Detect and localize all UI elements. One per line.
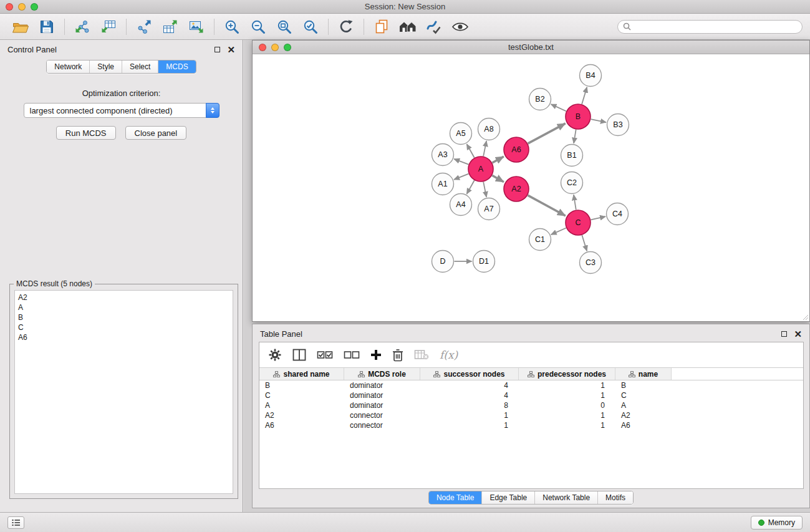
network-close-button[interactable]	[259, 44, 266, 51]
table-row[interactable]: Adominator80A	[259, 400, 803, 410]
export-image-button[interactable]	[183, 16, 210, 37]
float-panel-icon[interactable]	[215, 47, 220, 52]
window-minimize-button[interactable]	[18, 3, 26, 11]
graph-node-B[interactable]: B	[566, 104, 591, 129]
graph-node-A1[interactable]: A1	[432, 173, 454, 195]
table-row[interactable]: Cdominator41C	[259, 390, 803, 400]
float-table-panel-icon[interactable]	[781, 331, 787, 337]
network-minimize-button[interactable]	[271, 44, 279, 51]
apply-style-button[interactable]	[421, 16, 447, 37]
graph-node-B4[interactable]: B4	[580, 65, 602, 87]
result-item[interactable]: A	[18, 302, 229, 312]
graph-node-A7[interactable]: A7	[478, 198, 500, 220]
graphics-details-button[interactable]	[447, 16, 473, 37]
graph-node-D[interactable]: D	[432, 251, 454, 273]
tab-edge-table[interactable]: Edge Table	[481, 491, 534, 504]
criterion-dropdown[interactable]: largest connected component (directed)	[24, 103, 219, 118]
graph-edge-A-A1[interactable]	[454, 174, 468, 180]
zoom-out-button[interactable]	[245, 16, 271, 37]
import-table-button[interactable]	[95, 16, 122, 37]
table-settings-button[interactable]	[268, 347, 282, 363]
first-neighbors-button[interactable]	[395, 16, 421, 37]
zoom-in-button[interactable]	[219, 16, 245, 37]
graph-edge-A-A5[interactable]	[467, 144, 475, 158]
panel-list-button[interactable]	[7, 516, 24, 529]
graph-edge-A-A3[interactable]	[454, 159, 468, 165]
graph-edge-B-B1[interactable]	[574, 130, 576, 143]
add-button[interactable]	[370, 347, 382, 363]
graph-node-A[interactable]: A	[468, 157, 493, 181]
graph-node-A4[interactable]: A4	[450, 194, 472, 216]
memory-button[interactable]: Memory	[751, 516, 803, 530]
graph-node-C3[interactable]: C3	[580, 252, 602, 274]
close-table-panel-icon[interactable]: ✕	[794, 329, 802, 339]
tab-select[interactable]: Select	[122, 60, 158, 73]
graph-node-C2[interactable]: C2	[561, 172, 583, 194]
tab-mcds[interactable]: MCDS	[158, 60, 195, 73]
network-zoom-button[interactable]	[284, 44, 291, 51]
result-item[interactable]: B	[18, 312, 229, 322]
graph-edge-A-A4[interactable]	[467, 180, 475, 194]
column-header-shared-name[interactable]: shared name	[259, 368, 344, 380]
window-close-button[interactable]	[6, 3, 13, 11]
window-zoom-button[interactable]	[31, 3, 38, 11]
graph-node-D1[interactable]: D1	[473, 251, 495, 273]
delete-table-button[interactable]	[414, 347, 429, 363]
graph-edge-C-C4[interactable]	[591, 216, 606, 220]
graph-edge-A-A2[interactable]	[492, 175, 504, 181]
network-canvas[interactable]: B4B2BB3A5A8A6B1A3AC2A1A2A4A7C4CC1C3DD1	[253, 55, 809, 321]
table-row[interactable]: Bdominator41B	[259, 380, 803, 390]
save-session-button[interactable]	[34, 16, 60, 37]
network-views-button[interactable]	[369, 16, 395, 37]
search-box[interactable]	[617, 20, 803, 34]
graph-node-B3[interactable]: B3	[607, 114, 629, 136]
tab-motifs[interactable]: Motifs	[597, 491, 633, 504]
graph-edge-A2-C[interactable]	[528, 195, 565, 216]
close-panel-button[interactable]: Close panel	[125, 126, 187, 140]
graph-node-A6[interactable]: A6	[504, 137, 529, 162]
graph-edge-C-C3[interactable]	[582, 235, 587, 251]
apply-layout-button[interactable]	[333, 16, 359, 37]
graph-node-A5[interactable]: A5	[450, 123, 472, 145]
result-item[interactable]: A2	[18, 293, 229, 302]
column-header-name[interactable]: name	[615, 368, 672, 380]
select-all-button[interactable]	[317, 347, 333, 363]
graph-edge-B-B3[interactable]	[591, 119, 606, 122]
tab-network[interactable]: Network	[47, 60, 89, 73]
result-item[interactable]: C	[18, 322, 229, 332]
column-header-MCDS-role[interactable]: MCDS role	[344, 368, 420, 380]
result-item[interactable]: A6	[18, 332, 229, 342]
tab-node-table[interactable]: Node Table	[429, 491, 482, 504]
open-file-button[interactable]	[7, 16, 34, 37]
graph-edge-C-C2[interactable]	[574, 195, 576, 210]
graph-edge-A-A7[interactable]	[483, 182, 486, 197]
export-network-button[interactable]	[131, 16, 157, 37]
resize-handle[interactable]	[801, 313, 809, 321]
graph-edge-A-A8[interactable]	[483, 141, 486, 156]
graph-edge-A6-B[interactable]	[528, 123, 566, 143]
run-mcds-button[interactable]: Run MCDS	[56, 126, 116, 140]
table-row[interactable]: A2connector11A2	[259, 410, 803, 420]
import-network-button[interactable]	[69, 16, 95, 37]
graph-node-A2[interactable]: A2	[504, 177, 529, 201]
zoom-fit-button[interactable]	[271, 16, 297, 37]
graph-edge-C-C1[interactable]	[551, 228, 566, 235]
graph-edge-B-B4[interactable]	[582, 87, 587, 104]
graph-edge-B-B2[interactable]	[551, 104, 566, 111]
graph-node-A8[interactable]: A8	[478, 118, 500, 140]
table-row[interactable]: A6connector11A6	[259, 420, 803, 430]
deselect-all-button[interactable]	[344, 347, 360, 363]
column-header-predecessor-nodes[interactable]: predecessor nodes	[519, 368, 615, 380]
graph-node-B2[interactable]: B2	[529, 89, 551, 110]
graph-node-B1[interactable]: B1	[561, 145, 583, 167]
export-table-button[interactable]	[157, 16, 183, 37]
tab-style[interactable]: Style	[89, 60, 122, 73]
graph-node-A3[interactable]: A3	[432, 144, 454, 166]
graph-node-C1[interactable]: C1	[529, 229, 551, 251]
function-builder-button[interactable]: f(x)	[440, 347, 458, 363]
zoom-selected-button[interactable]	[297, 16, 324, 37]
graph-edge-A-A6[interactable]	[492, 157, 503, 163]
show-columns-button[interactable]	[292, 347, 306, 363]
graph-node-C4[interactable]: C4	[607, 203, 629, 225]
tab-network-table[interactable]: Network Table	[534, 491, 597, 504]
